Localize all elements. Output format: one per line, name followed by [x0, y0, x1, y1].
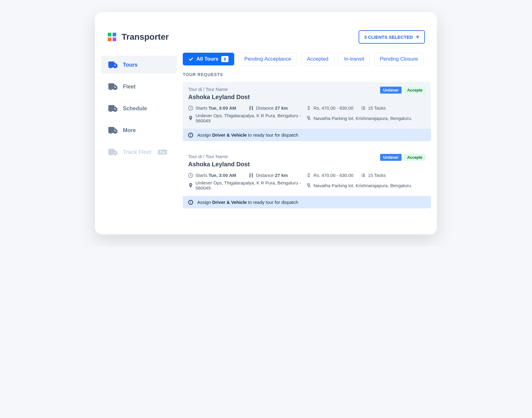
sidebar-item-tours[interactable]: Tours — [101, 56, 177, 74]
assign-bar[interactable]: !Assign Driver & Vehicle to ready tour f… — [183, 196, 431, 208]
meta-price: Rs. 470.00 - 630.00 — [306, 173, 358, 178]
tab-accepted[interactable]: Accepted — [301, 53, 334, 65]
clock-icon — [188, 173, 193, 178]
tab-label: In-transit — [344, 56, 364, 62]
status-badge: Accepte — [404, 87, 425, 94]
tab-pending-acceptance[interactable]: Pending Acceptance — [238, 53, 297, 65]
meta-grid: Starts Tue, 3:00 AMDistance 27 kmRs. 470… — [188, 173, 425, 191]
sidebar-item-more[interactable]: More — [101, 121, 177, 139]
tab-label: Accepted — [307, 56, 328, 62]
client-badge: Unilever — [380, 154, 402, 161]
sidebar-item-schedule[interactable]: Schedule — [101, 99, 177, 118]
svg-rect-3 — [113, 38, 116, 41]
meta-starts: Starts Tue, 3:00 AM — [188, 173, 246, 178]
tours-list: Tour di / Tour NameAshoka Leyland DostUn… — [183, 82, 431, 208]
sidebar-item-fleet[interactable]: Fleet — [101, 78, 177, 96]
sidebar-item-track-fleet[interactable]: Track Fleet Pro — [101, 143, 177, 161]
info-icon: ! — [188, 133, 193, 138]
badges: UnileverAccepte — [380, 154, 425, 161]
pro-badge: Pro — [158, 150, 167, 154]
truck-icon — [108, 83, 117, 90]
tour-card[interactable]: Tour di / Tour NameAshoka Leyland DostUn… — [183, 82, 431, 141]
tab-pending-closure[interactable]: Pending Closure — [374, 53, 424, 65]
meta-starts: Starts Tue, 3:00 AM — [188, 105, 246, 111]
truck-icon — [108, 105, 117, 112]
client-badge: Unilever — [380, 87, 402, 94]
card-head: Tour di / Tour NameAshoka Leyland DostUn… — [188, 87, 425, 101]
truck-icon — [108, 127, 117, 134]
clients-selected-label: 3 CLIENTS SELECTED — [364, 35, 413, 40]
meta-destination: Navatha Parking lot, Krishnarajapura, Be… — [306, 180, 425, 191]
pin-icon — [188, 183, 193, 188]
status-badge: Accepte — [404, 154, 425, 161]
tasks-icon — [361, 106, 366, 111]
dollar-icon — [306, 173, 311, 178]
tasks-icon — [361, 173, 366, 178]
clients-selected-button[interactable]: 3 CLIENTS SELECTED + — [359, 30, 425, 44]
meta-origin: Unilever Ops, Thigalarapalya, K R Pura, … — [188, 113, 303, 123]
tour-card[interactable]: Tour di / Tour NameAshoka Leyland DostUn… — [183, 149, 431, 208]
main-content: All Tours 8 Pending Acceptance Accepted … — [177, 53, 431, 216]
app-title: Transporter — [122, 32, 169, 42]
pin-off-icon — [306, 116, 311, 121]
sidebar-item-label: Track Fleet — [123, 149, 151, 155]
sidebar-item-label: More — [123, 127, 136, 134]
plus-icon: + — [416, 34, 419, 40]
section-label: TOUR REQUESTS — [183, 72, 431, 77]
clock-icon — [188, 106, 193, 111]
meta-destination: Navatha Parking lot, Krishnarajapura, Be… — [306, 113, 425, 123]
tabs: All Tours 8 Pending Acceptance Accepted … — [183, 53, 431, 65]
sidebar-item-label: Tours — [123, 62, 138, 68]
layout: Tours Fleet Schedule More Track Fleet Pr… — [101, 53, 431, 216]
logo-icon — [107, 32, 117, 42]
tab-all-tours[interactable]: All Tours 8 — [183, 53, 234, 65]
truck-icon — [108, 148, 117, 156]
sidebar-item-label: Fleet — [123, 84, 136, 90]
meta-price: Rs. 470.00 - 630.00 — [306, 105, 358, 111]
meta-grid: Starts Tue, 3:00 AMDistance 27 kmRs. 470… — [188, 105, 425, 123]
pin-icon — [188, 116, 193, 121]
assign-text: Assign Driver & Vehicle to ready tour fo… — [197, 200, 298, 205]
badges: UnileverAccepte — [380, 87, 425, 94]
tour-subtitle: Tour di / Tour Name — [188, 154, 250, 159]
meta-distance: Distance 27 km — [249, 173, 303, 178]
road-icon — [249, 173, 254, 178]
sidebar-item-label: Schedule — [123, 105, 147, 112]
truck-icon — [108, 61, 117, 68]
meta-origin: Unilever Ops, Thigalarapalya, K R Pura, … — [188, 180, 303, 191]
tab-label: All Tours — [196, 56, 218, 62]
svg-rect-2 — [108, 38, 111, 41]
card-head: Tour di / Tour NameAshoka Leyland DostUn… — [188, 154, 425, 168]
tour-title: Ashoka Leyland Dost — [188, 161, 250, 168]
tour-title: Ashoka Leyland Dost — [188, 94, 250, 101]
tab-in-transit[interactable]: In-transit — [338, 53, 370, 65]
meta-distance: Distance 27 km — [249, 105, 303, 111]
svg-rect-0 — [108, 33, 111, 36]
meta-tasks: 15 Tasks — [361, 173, 425, 178]
sidebar: Tours Fleet Schedule More Track Fleet Pr… — [101, 53, 177, 216]
pin-off-icon — [306, 183, 311, 188]
assign-text: Assign Driver & Vehicle to ready tour fo… — [197, 132, 298, 138]
dollar-icon — [306, 106, 311, 111]
header: Transporter 3 CLIENTS SELECTED + — [101, 30, 431, 53]
road-icon — [249, 106, 254, 111]
info-icon: ! — [188, 200, 193, 205]
tab-label: Pending Acceptance — [244, 56, 291, 62]
tab-label: Pending Closure — [380, 56, 418, 62]
svg-rect-1 — [113, 33, 116, 36]
tab-count: 8 — [221, 56, 228, 62]
check-icon — [189, 57, 193, 61]
brand: Transporter — [107, 32, 169, 42]
meta-tasks: 15 Tasks — [361, 105, 425, 111]
tour-subtitle: Tour di / Tour Name — [188, 87, 250, 92]
app-frame: Transporter 3 CLIENTS SELECTED + Tours F… — [95, 12, 437, 234]
assign-bar[interactable]: !Assign Driver & Vehicle to ready tour f… — [183, 129, 431, 141]
